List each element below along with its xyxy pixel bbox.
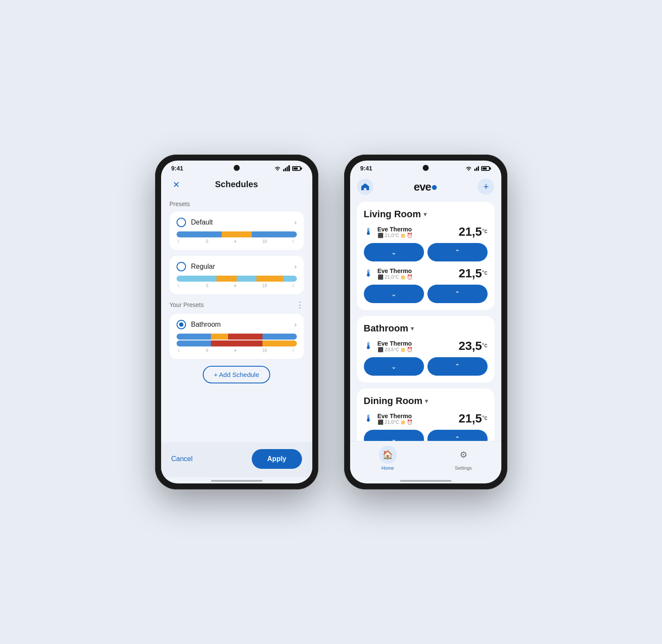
chevron-bathroom: › xyxy=(294,321,296,328)
schedule-bar-regular: ☾ 6 ☀ 18 ☾ xyxy=(177,276,297,288)
apply-button[interactable]: Apply xyxy=(252,449,302,469)
decrease-btn-living-2[interactable]: ⌄ xyxy=(364,285,424,303)
eve-logo: eve● xyxy=(414,180,437,194)
increase-btn-living-2[interactable]: ⌃ xyxy=(427,285,488,303)
room-header-dining: Dining Room ▾ xyxy=(364,395,488,407)
room-chevron-bathroom[interactable]: ▾ xyxy=(411,325,414,332)
phones-container: 9:41 xyxy=(155,155,507,489)
device-sub-living-2: ⬛ 21,0°C ▦ ⏰ xyxy=(378,274,413,280)
home-icon-button[interactable] xyxy=(357,179,373,195)
room-card-living-room: Living Room ▾ 🌡 Eve Thermo ⬛ 21,0°C ▦ xyxy=(357,202,494,310)
preset-row-regular[interactable]: Regular › xyxy=(177,262,297,271)
schedules-header: ✕ Schedules xyxy=(170,174,304,198)
control-btns-dining: ⌄ ⌃ xyxy=(364,430,488,441)
close-button[interactable]: ✕ xyxy=(170,178,183,191)
nav-home[interactable]: 🏠 Home xyxy=(379,446,397,471)
room-chevron-living[interactable]: ▾ xyxy=(424,211,427,218)
room-header-living-room: Living Room ▾ xyxy=(364,209,488,220)
device-sub-bathroom: ⬛ 23,5°C ▦ ⏰ xyxy=(378,347,413,352)
room-card-bathroom: Bathroom ▾ 🌡 Eve Thermo ⬛ 23,5°C ▦ ⏰ xyxy=(357,316,494,383)
your-presets-header: Your Presets ⋮ xyxy=(170,300,304,310)
temp-living-1: 21,5 xyxy=(458,225,482,238)
status-icons-2 xyxy=(465,166,491,171)
decrease-btn-bathroom[interactable]: ⌄ xyxy=(364,357,424,376)
home-indicator-2 xyxy=(400,480,452,482)
phone-schedules: 9:41 xyxy=(155,155,318,489)
bottom-bar: Cancel Apply xyxy=(161,442,312,477)
your-presets-menu[interactable]: ⋮ xyxy=(296,300,304,310)
radio-default[interactable] xyxy=(177,218,186,227)
device-name-living-2: Eve Thermo xyxy=(378,267,413,274)
device-name-bathroom: Eve Thermo xyxy=(378,340,413,347)
temp-dining: 21,5 xyxy=(458,412,482,425)
eve-screen: eve● + Living Room ▾ 🌡 E xyxy=(350,174,501,441)
status-time-2: 9:41 xyxy=(360,165,372,172)
room-header-bathroom: Bathroom ▾ xyxy=(364,323,488,334)
status-time-1: 9:41 xyxy=(171,165,183,172)
schedule-bar-bathroom: ☾ 6 ☀ 18 ☾ xyxy=(177,334,297,353)
eve-header: eve● + xyxy=(357,174,494,202)
device-name-living-1: Eve Thermo xyxy=(378,226,413,233)
preset-name-bathroom: Bathroom xyxy=(191,321,221,328)
room-card-dining: Dining Room ▾ 🌡 Eve Thermo ⬛ 21,0°C ▦ xyxy=(357,389,494,441)
home-indicator-1 xyxy=(211,480,262,482)
camera-notch xyxy=(234,165,240,171)
device-row-bathroom: 🌡 Eve Thermo ⬛ 23,5°C ▦ ⏰ xyxy=(364,339,488,353)
preset-left-bathroom: Bathroom xyxy=(177,320,221,329)
schedules-screen: ✕ Schedules Presets Default › xyxy=(161,174,312,442)
preset-left-regular: Regular xyxy=(177,262,215,271)
preset-card-default: Default › ☾ 6 ☀ xyxy=(170,212,304,250)
increase-btn-living-1[interactable]: ⌃ xyxy=(427,243,488,261)
control-btns-living-1: ⌄ ⌃ xyxy=(364,243,488,261)
nav-home-label: Home xyxy=(381,465,394,471)
add-schedule-button[interactable]: + Add Schedule xyxy=(203,366,271,383)
preset-name-default: Default xyxy=(191,219,213,226)
temp-living-2: 21,5 xyxy=(458,267,482,280)
your-presets-label: Your Presets xyxy=(170,301,204,308)
chevron-default: › xyxy=(294,219,296,226)
wifi-icon-2 xyxy=(465,166,472,171)
schedule-bar-default: ☾ 6 ☀ 18 ☾ xyxy=(177,231,297,244)
chevron-regular: › xyxy=(294,263,296,270)
bottom-nav: 🏠 Home ⚙ Settings xyxy=(350,441,501,477)
preset-name-regular: Regular xyxy=(191,263,215,270)
room-chevron-dining[interactable]: ▾ xyxy=(425,398,428,404)
temp-bathroom: 23,5 xyxy=(458,339,482,352)
wifi-icon xyxy=(274,166,281,171)
device-sub-dining: ⬛ 21,0°C ▦ ⏰ xyxy=(378,419,413,425)
signal-icon-2 xyxy=(474,166,479,171)
status-icons-1 xyxy=(274,165,302,171)
increase-btn-dining[interactable]: ⌃ xyxy=(427,430,488,441)
preset-card-bathroom: Bathroom › xyxy=(170,314,304,359)
decrease-btn-living-1[interactable]: ⌄ xyxy=(364,243,424,261)
camera-notch-2 xyxy=(423,165,429,171)
preset-row-default[interactable]: Default › xyxy=(177,218,297,227)
thermo-icon-living-2: 🌡 xyxy=(364,268,373,279)
preset-row-bathroom[interactable]: Bathroom › xyxy=(177,320,297,329)
nav-settings-icon: ⚙ xyxy=(455,446,473,464)
thermo-icon-living-1: 🌡 xyxy=(364,226,373,237)
battery-icon xyxy=(292,166,302,171)
preset-card-regular: Regular › ☾ xyxy=(170,256,304,294)
device-name-dining: Eve Thermo xyxy=(378,413,413,419)
decrease-btn-dining[interactable]: ⌄ xyxy=(364,430,424,441)
add-button[interactable]: + xyxy=(478,179,494,195)
schedules-title: Schedules xyxy=(215,179,258,189)
device-row-living-2: 🌡 Eve Thermo ⬛ 21,0°C ▦ ⏰ xyxy=(364,267,488,280)
device-row-living-1: 🌡 Eve Thermo ⬛ 21,0°C ▦ ⏰ xyxy=(364,225,488,239)
nav-settings-label: Settings xyxy=(455,465,472,471)
radio-regular[interactable] xyxy=(177,262,186,271)
battery-icon-2 xyxy=(481,166,491,171)
device-sub-living-1: ⬛ 21,0°C ▦ ⏰ xyxy=(378,233,413,238)
presets-label: Presets xyxy=(170,200,304,207)
nav-home-icon: 🏠 xyxy=(379,446,397,464)
thermo-icon-bathroom: 🌡 xyxy=(364,340,373,352)
preset-left-default: Default xyxy=(177,218,213,227)
signal-icon xyxy=(283,165,290,171)
radio-bathroom[interactable] xyxy=(177,320,186,329)
cancel-button[interactable]: Cancel xyxy=(171,455,193,463)
increase-btn-bathroom[interactable]: ⌃ xyxy=(427,357,488,376)
control-btns-bathroom: ⌄ ⌃ xyxy=(364,357,488,376)
control-btns-living-2: ⌄ ⌃ xyxy=(364,285,488,303)
nav-settings[interactable]: ⚙ Settings xyxy=(455,446,473,471)
